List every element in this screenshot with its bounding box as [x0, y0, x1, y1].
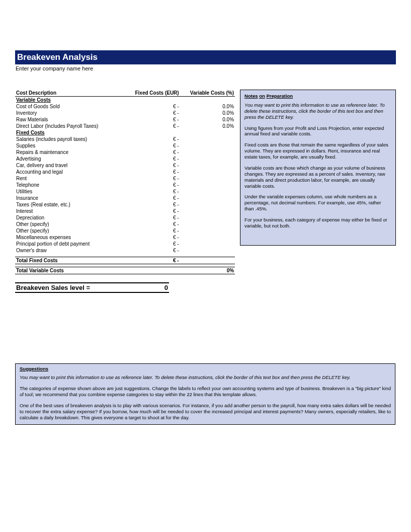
table-row: Depreciation€ - — [15, 214, 235, 221]
cost-label[interactable]: Accounting and legal — [15, 169, 120, 175]
table-row: Miscellaneous expenses€ - — [15, 234, 235, 241]
notes-box[interactable]: Notes on Preparation You may want to pri… — [240, 90, 396, 246]
table-row: Rent€ - — [15, 175, 235, 182]
table-row: Insurance€ - — [15, 195, 235, 201]
notes-intro: You may want to print this information t… — [244, 102, 391, 120]
fixed-cost-cell[interactable]: € - — [120, 103, 180, 110]
table-row: Utilities€ - — [15, 188, 235, 195]
cost-label[interactable]: Other (specify) — [15, 227, 120, 234]
notes-p3: Variable costs are those which change as… — [244, 165, 391, 189]
fixed-cost-cell[interactable]: € - — [120, 234, 180, 241]
fixed-cost-cell[interactable]: € - — [120, 247, 180, 254]
fixed-cost-cell[interactable]: € - — [120, 221, 180, 227]
suggestions-title: Suggestions — [20, 366, 391, 372]
cost-label[interactable]: Principal portion of debt payment — [15, 241, 120, 247]
table-row: Inventory€ -0.0% — [15, 110, 235, 116]
cost-label[interactable]: Owner's draw — [15, 247, 120, 254]
col-header-variable: Variable Costs (%) — [180, 90, 235, 97]
fixed-cost-cell[interactable]: € - — [120, 123, 180, 129]
section-variable-costs: Variable Costs — [15, 97, 120, 104]
notes-p5: For your business, each category of expe… — [244, 217, 391, 229]
notes-title: Notes on Preparation — [244, 93, 391, 99]
table-row: Salaries (includes payroll taxes)€ - — [15, 136, 235, 142]
fixed-cost-cell[interactable]: € - — [120, 110, 180, 116]
fixed-cost-cell[interactable]: € - — [120, 156, 180, 162]
breakeven-label: Breakeven Sales level = — [15, 283, 139, 292]
company-name-field[interactable]: Enter your company name here — [15, 64, 396, 71]
cost-label[interactable]: Rent — [15, 175, 120, 182]
costs-table: Cost Description Fixed Costs (EUR) Varia… — [15, 90, 235, 274]
variable-cost-cell[interactable]: 0.0% — [180, 103, 235, 110]
cost-label[interactable]: Car, delivery and travel — [15, 162, 120, 169]
total-variable-label: Total Variable Costs — [15, 267, 120, 274]
cost-label[interactable]: Direct Labor (Includes Payroll Taxes) — [15, 123, 120, 129]
cost-label[interactable]: Interest — [15, 208, 120, 214]
cost-label[interactable]: Other (specify) — [15, 221, 120, 227]
fixed-cost-cell[interactable]: € - — [120, 169, 180, 175]
table-row: Advertising€ - — [15, 156, 235, 162]
cost-label[interactable]: Salaries (includes payroll taxes) — [15, 136, 120, 142]
notes-p4: Under the variable expenses column, use … — [244, 194, 391, 212]
cost-label[interactable]: Inventory — [15, 110, 120, 116]
notes-p1: Using figures from your Profit and Loss … — [244, 125, 391, 137]
col-header-fixed: Fixed Costs (EUR) — [120, 90, 180, 97]
fixed-cost-cell[interactable]: € - — [120, 188, 180, 195]
fixed-cost-cell[interactable]: € - — [120, 214, 180, 221]
table-row: Supplies€ - — [15, 142, 235, 149]
fixed-cost-cell[interactable]: € - — [120, 175, 180, 182]
total-variable-value: 0% — [180, 267, 235, 274]
fixed-cost-cell[interactable]: € - — [120, 227, 180, 234]
suggestions-p1: The categories of expense shown above ar… — [20, 386, 391, 398]
suggestions-box[interactable]: Suggestions You may want to print this i… — [15, 363, 395, 425]
table-row: Other (specify)€ - — [15, 227, 235, 234]
table-row: Accounting and legal€ - — [15, 169, 235, 175]
table-row: Cost of Goods Sold€ -0.0% — [15, 103, 235, 110]
total-fixed-label: Total Fixed Costs — [15, 257, 120, 264]
fixed-cost-cell[interactable]: € - — [120, 162, 180, 169]
table-row: Direct Labor (Includes Payroll Taxes)€ -… — [15, 123, 235, 129]
table-row: Telephone€ - — [15, 182, 235, 188]
total-fixed-value: € - — [120, 257, 180, 264]
cost-label[interactable]: Miscellaneous expenses — [15, 234, 120, 241]
suggestions-p2: One of the best uses of breakeven analys… — [20, 403, 391, 421]
fixed-cost-cell[interactable]: € - — [120, 142, 180, 149]
cost-label[interactable]: Raw Materials — [15, 116, 120, 123]
table-row: Other (specify)€ - — [15, 221, 235, 227]
cost-label[interactable]: Repairs & maintenance — [15, 149, 120, 156]
page-title: Breakeven Analysis — [15, 50, 396, 64]
section-fixed-costs: Fixed Costs — [15, 129, 120, 136]
costs-table-container: Cost Description Fixed Costs (EUR) Varia… — [15, 90, 235, 293]
fixed-cost-cell[interactable]: € - — [120, 182, 180, 188]
cost-label[interactable]: Cost of Goods Sold — [15, 103, 120, 110]
table-row: Owner's draw€ - — [15, 247, 235, 254]
variable-cost-cell[interactable]: 0.0% — [180, 116, 235, 123]
cost-label[interactable]: Insurance — [15, 195, 120, 201]
breakeven-value: 0 — [139, 283, 169, 292]
fixed-cost-cell[interactable]: € - — [120, 208, 180, 214]
fixed-cost-cell[interactable]: € - — [120, 241, 180, 247]
cost-label[interactable]: Advertising — [15, 156, 120, 162]
table-row: Raw Materials€ -0.0% — [15, 116, 235, 123]
notes-p2: Fixed costs are those that remain the sa… — [244, 142, 391, 160]
table-row: Car, delivery and travel€ - — [15, 162, 235, 169]
cost-label[interactable]: Utilities — [15, 188, 120, 195]
variable-cost-cell[interactable]: 0.0% — [180, 110, 235, 116]
cost-label[interactable]: Depreciation — [15, 214, 120, 221]
suggestions-intro: You may want to print this information t… — [20, 374, 391, 381]
cost-label[interactable]: Telephone — [15, 182, 120, 188]
col-header-description: Cost Description — [15, 90, 120, 97]
fixed-cost-cell[interactable]: € - — [120, 136, 180, 142]
table-row: Principal portion of debt payment€ - — [15, 241, 235, 247]
table-row: Taxes (Real estate, etc.)€ - — [15, 201, 235, 208]
fixed-cost-cell[interactable]: € - — [120, 149, 180, 156]
fixed-cost-cell[interactable]: € - — [120, 116, 180, 123]
fixed-cost-cell[interactable]: € - — [120, 195, 180, 201]
variable-cost-cell[interactable]: 0.0% — [180, 123, 235, 129]
cost-label[interactable]: Taxes (Real estate, etc.) — [15, 201, 120, 208]
table-row: Repairs & maintenance€ - — [15, 149, 235, 156]
table-row: Interest€ - — [15, 208, 235, 214]
cost-label[interactable]: Supplies — [15, 142, 120, 149]
fixed-cost-cell[interactable]: € - — [120, 201, 180, 208]
